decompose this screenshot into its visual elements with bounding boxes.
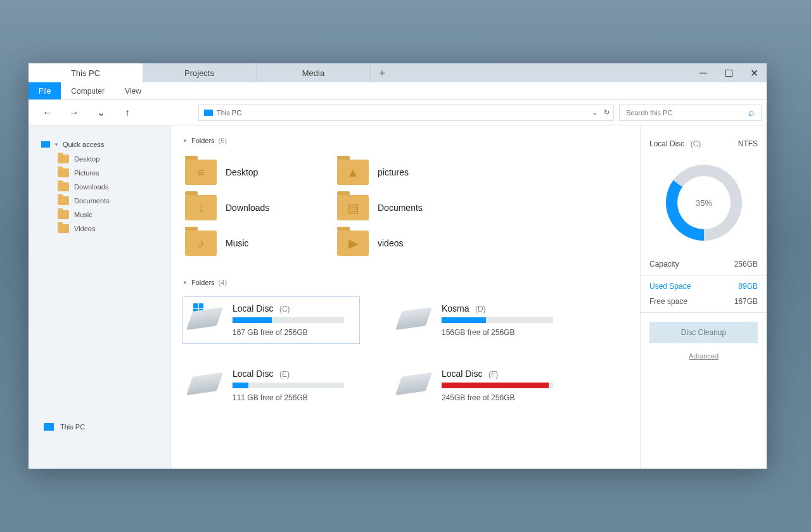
detail-value: 89GB (738, 282, 758, 291)
folder-label: Desktop (226, 167, 258, 177)
folder-item-desktop[interactable]: ≡Desktop (182, 155, 335, 190)
folder-icon (58, 182, 69, 191)
chevron-down-icon[interactable]: ⌄ (592, 108, 597, 117)
drive-item-D[interactable]: Kosma (D)156GB free of 256GB (392, 296, 569, 344)
quick-access-label: Quick access (63, 141, 104, 148)
detail-filesystem: NTFS (738, 139, 758, 148)
folder-icon (58, 224, 69, 233)
tab-projects[interactable]: Projects (143, 63, 257, 82)
folder-icon: ♪ (185, 231, 217, 256)
sidebar-item-music[interactable]: Music (29, 208, 170, 222)
search-icon[interactable]: ⌕ (748, 107, 755, 118)
folder-item-pictures[interactable]: ▲pictures (335, 155, 487, 190)
folders-section-header[interactable]: ▼ Folders (6) (182, 137, 629, 144)
folder-icon (58, 168, 69, 177)
sidebar-item-label: Downloads (74, 183, 108, 191)
tab-label: Projects (184, 68, 214, 78)
content-pane: ▼ Folders (6) ≡Desktop▲pictures↓Download… (171, 125, 640, 469)
button-label: Disc Cleanup (681, 328, 726, 337)
menu-view[interactable]: View (115, 82, 151, 99)
menu-label: Computer (71, 87, 105, 96)
drive-name: Local Disc (F) (442, 369, 562, 379)
folder-icon: ▲ (337, 160, 369, 185)
detail-label: Capacity (649, 260, 679, 269)
quick-access-header[interactable]: ▼ Quick access (29, 138, 170, 152)
drive-status: 167 GB free of 256GB (233, 328, 353, 337)
new-tab-button[interactable]: ＋ (371, 63, 393, 82)
free-space-row: Free space 167GB (649, 297, 758, 306)
sidebar-item-label: Pictures (74, 169, 99, 177)
sidebar-item-downloads[interactable]: Downloads (29, 180, 170, 194)
folder-label: videos (378, 238, 403, 248)
folder-label: Downloads (226, 203, 269, 213)
sidebar-item-desktop[interactable]: Desktop (29, 152, 170, 166)
menu-file[interactable]: File (29, 82, 61, 99)
address-bar[interactable]: This PC ⌄ ↻ (198, 104, 614, 121)
drive-info: Local Disc (C)167 GB free of 256GB (233, 303, 353, 337)
section-title: Folders (191, 137, 215, 144)
chevron-down-icon: ▼ (54, 142, 59, 148)
usage-bar-fill (233, 317, 272, 323)
folder-item-videos[interactable]: ▶videos (335, 225, 487, 261)
drive-info: Kosma (D)156GB free of 256GB (442, 303, 562, 337)
drive-icon (399, 303, 431, 329)
sidebar-item-videos[interactable]: Videos (29, 222, 170, 236)
tab-this-pc[interactable]: This PC (29, 63, 143, 82)
sidebar-this-pc[interactable]: This PC (29, 421, 170, 456)
sidebar-item-documents[interactable]: Documents (29, 194, 170, 208)
folder-item-music[interactable]: ♪Music (182, 225, 335, 261)
folder-icon: ▤ (337, 195, 369, 220)
detail-letter: (C) (691, 139, 701, 148)
menu-label: File (39, 87, 51, 96)
drives-grid: Local Disc (C)167 GB free of 256GBKosma … (182, 296, 629, 409)
maximize-button[interactable] (716, 63, 741, 82)
minimize-button[interactable]: ─ (691, 63, 716, 82)
menu-label: View (125, 87, 141, 96)
usage-bar (442, 383, 553, 388)
music-icon: ♪ (198, 236, 204, 251)
drive-item-E[interactable]: Local Disc (E)111 GB free of 256GB (182, 362, 360, 409)
disc-cleanup-button[interactable]: Disc Cleanup (649, 322, 758, 343)
divider (641, 312, 767, 313)
forward-button[interactable]: → (68, 106, 80, 119)
sidebar-item-pictures[interactable]: Pictures (29, 166, 170, 180)
up-button[interactable]: ↑ (121, 106, 134, 119)
drive-item-F[interactable]: Local Disc (F)245GB free of 256GB (392, 362, 569, 409)
folders-grid: ≡Desktop▲pictures↓Downloads▤Documents♪Mu… (182, 155, 629, 261)
drive-item-C[interactable]: Local Disc (C)167 GB free of 256GB (182, 296, 360, 344)
search-box[interactable]: ⌕ (619, 104, 762, 121)
nav-buttons: ← → ⌄ ↑ (29, 100, 193, 125)
menu-computer[interactable]: Computer (61, 82, 115, 99)
sidebar: ▼ Quick access Desktop Pictures Download… (29, 125, 171, 469)
monitor-icon (44, 423, 54, 431)
image-icon: ▲ (347, 165, 359, 180)
advanced-link[interactable]: Adranced (649, 352, 758, 360)
back-button[interactable]: ← (41, 106, 54, 119)
detail-name: Local Disc (649, 139, 684, 148)
folder-icon (58, 155, 69, 163)
detail-value: 256GB (734, 260, 758, 269)
section-count: (6) (219, 137, 227, 144)
drive-name: Local Disc (E) (233, 369, 353, 379)
folder-item-documents[interactable]: ▤Documents (335, 190, 487, 225)
folder-icon: ↓ (185, 195, 217, 220)
folder-icon (58, 196, 69, 205)
file-explorer-window: This PC Projects Media ＋ ─ ✕ File Comput… (29, 63, 767, 469)
tab-media[interactable]: Media (257, 63, 371, 82)
divider (641, 275, 767, 276)
usage-bar-fill (442, 383, 549, 388)
folder-item-downloads[interactable]: ↓Downloads (182, 190, 335, 225)
close-button[interactable]: ✕ (741, 63, 767, 82)
close-icon: ✕ (750, 67, 758, 79)
sidebar-item-label: This PC (60, 423, 85, 431)
recent-button[interactable]: ⌄ (94, 106, 107, 119)
detail-disc-header: Local Disc (C) NTFS (649, 139, 758, 148)
details-panel: Local Disc (C) NTFS 35% Capacity 256GB U… (640, 125, 767, 469)
drive-letter: (F) (487, 370, 499, 379)
chevron-down-icon: ▼ (182, 280, 188, 286)
refresh-icon[interactable]: ↻ (604, 108, 610, 117)
search-input[interactable] (626, 109, 748, 117)
used-space-row: Used Space 89GB (649, 282, 758, 291)
drives-section-header[interactable]: ▼ Folders (4) (182, 279, 629, 286)
detail-label: Used Space (649, 282, 691, 291)
